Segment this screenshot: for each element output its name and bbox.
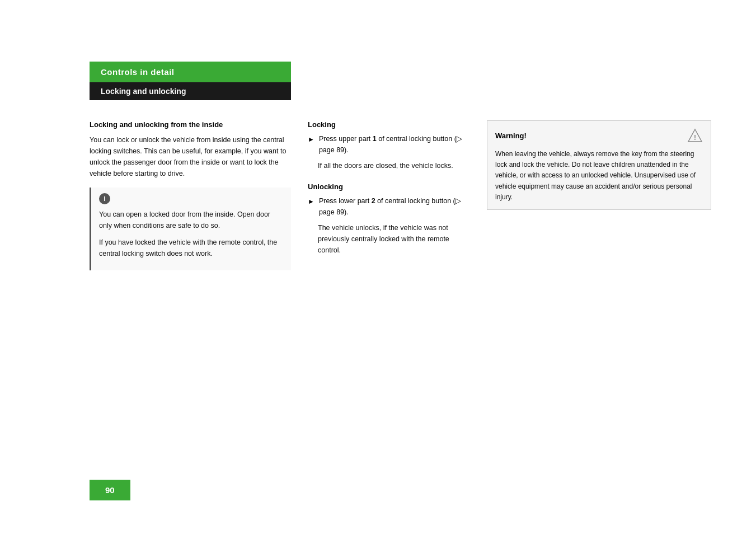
page-number: 90 [105, 485, 115, 495]
locking-arrow-icon: ► [308, 134, 314, 156]
header-black-bar: Locking and unlocking [90, 82, 291, 100]
header-green-bar: Controls in detail [90, 62, 291, 82]
content-area: Locking and unlocking from the inside Yo… [90, 120, 711, 270]
right-column: Warning! ! When leaving the vehicle, alw… [487, 120, 711, 270]
unlocking-heading: Unlocking [308, 182, 470, 191]
info-paragraph-1: You can open a locked door from the insi… [99, 209, 283, 231]
unlocking-bullet-item: ► Press lower part 2 of central locking … [308, 195, 470, 218]
locking-follow-text: If all the doors are closed, the vehicle… [308, 160, 470, 171]
info-paragraph-2: If you have locked the vehicle with the … [99, 237, 283, 259]
locking-bullet-item: ► Press upper part 1 of central locking … [308, 133, 470, 156]
header-title: Controls in detail [101, 67, 175, 77]
page-container: Controls in detail Locking and unlocking… [0, 0, 756, 534]
warning-header: Warning! ! [495, 128, 703, 143]
unlocking-bullet-text: Press lower part 2 of central locking bu… [319, 195, 470, 218]
header-subtitle: Locking and unlocking [101, 87, 186, 96]
info-icon: i [99, 193, 110, 204]
warning-title: Warning! [495, 132, 527, 140]
locking-heading: Locking [308, 120, 470, 129]
left-section-heading: Locking and unlocking from the inside [90, 120, 291, 129]
info-box: i You can open a locked door from the in… [90, 188, 291, 270]
header-section: Controls in detail Locking and unlocking [90, 62, 291, 100]
warning-triangle-icon: ! [687, 128, 703, 143]
svg-text:!: ! [694, 134, 696, 142]
unlocking-arrow-icon: ► [308, 196, 314, 218]
unlocking-follow-text: The vehicle unlocks, if the vehicle was … [308, 222, 470, 256]
warning-text: When leaving the vehicle, always remove … [495, 149, 703, 203]
middle-column: Locking ► Press upper part 1 of central … [308, 120, 470, 270]
intro-text: You can lock or unlock the vehicle from … [90, 134, 291, 179]
locking-bullet-text: Press upper part 1 of central locking bu… [319, 133, 470, 156]
page-number-box: 90 [90, 480, 130, 500]
left-column: Locking and unlocking from the inside Yo… [90, 120, 291, 270]
warning-box: Warning! ! When leaving the vehicle, alw… [487, 120, 711, 210]
